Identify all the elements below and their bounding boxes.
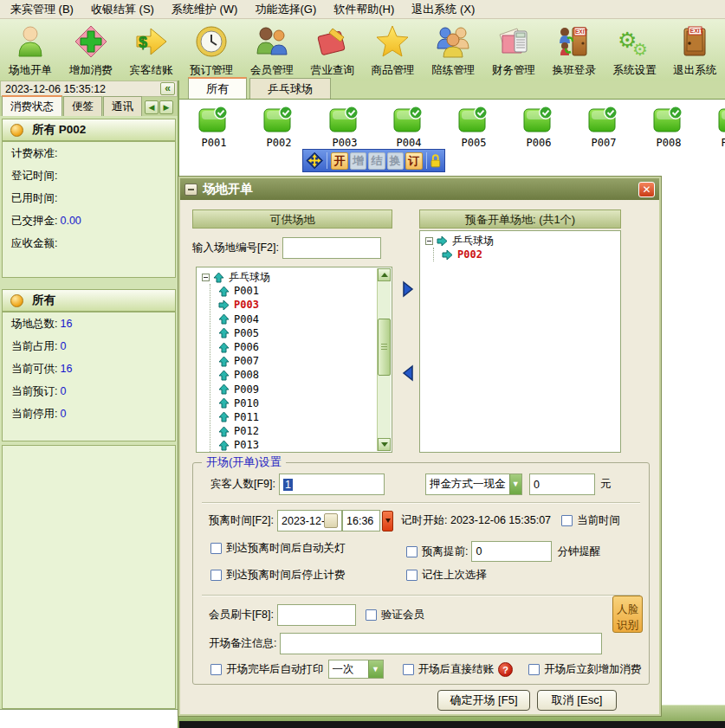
auto-light-checkbox[interactable] — [210, 543, 222, 554]
toolbar-business-query[interactable]: 营业查询 — [302, 19, 363, 81]
chevron-down-icon[interactable]: ▼ — [368, 660, 383, 678]
reserve-mini-button[interactable]: 订 — [405, 152, 422, 170]
venue-P007[interactable]: P007 — [585, 106, 623, 149]
clock-icon — [194, 24, 229, 61]
direct-checkout-checkbox[interactable] — [403, 664, 414, 675]
tree-item[interactable]: P011 — [218, 410, 390, 424]
calendar-button[interactable] — [324, 513, 338, 528]
toolbar-members[interactable]: 会员管理 — [242, 19, 302, 81]
print-row: 开场完毕后自动打印 一次 ▼ 开场后直接结账 ? 开场后立刻增加消费 — [210, 660, 642, 679]
menu-maintenance[interactable]: 系统维护 (W) — [163, 0, 247, 19]
venue-P002[interactable]: P002 — [260, 106, 298, 149]
tree-item[interactable]: P012 — [218, 424, 390, 438]
dialog-titlebar[interactable]: 场地开单 ✕ — [180, 178, 659, 200]
tree-scrollbar[interactable] — [377, 268, 391, 451]
guest-count-input[interactable]: 1 — [279, 474, 385, 495]
tab-comms[interactable]: 通讯 — [103, 96, 142, 116]
tree-root-row[interactable]: 乒乓球场 — [202, 270, 390, 284]
tab-scroll-right-icon[interactable]: ▶ — [159, 100, 173, 114]
venue-P004[interactable]: P004 — [390, 106, 428, 149]
toolbar-guest-checkout[interactable]: $ 宾客结账 — [121, 19, 182, 81]
toolbar-open-court[interactable]: 场地开单 — [0, 19, 61, 81]
verify-member-checkbox[interactable] — [366, 609, 377, 621]
open-court-mini-button[interactable]: 开 — [331, 152, 347, 170]
remark-input[interactable] — [280, 633, 602, 654]
remind-checkbox[interactable] — [406, 546, 418, 557]
tree-item[interactable]: P006 — [218, 340, 390, 354]
venue-P003[interactable]: P003 — [326, 106, 364, 149]
close-icon[interactable]: ✕ — [638, 182, 655, 197]
venue-P009[interactable]: P009 — [715, 106, 725, 149]
chevron-down-icon[interactable]: ▼ — [509, 474, 522, 494]
menu-guest[interactable]: 来宾管理 (B) — [2, 0, 82, 19]
tree-expander-icon[interactable] — [425, 237, 433, 245]
remember-checkbox[interactable] — [406, 570, 418, 581]
lock-icon[interactable] — [430, 153, 442, 169]
divider — [202, 502, 640, 503]
time-dropdown-icon[interactable] — [382, 511, 393, 532]
collapse-sidebar-button[interactable]: « — [160, 82, 175, 95]
move-handle-icon[interactable] — [306, 151, 323, 170]
toolbar-add-consume[interactable]: 增加消费 — [61, 19, 121, 81]
toolbar-finance[interactable]: 财务管理 — [483, 19, 544, 81]
deposit-amount-input[interactable] — [529, 474, 595, 495]
tree-root-label: 乒乓球场 — [229, 270, 270, 285]
venue-P008[interactable]: P008 — [650, 106, 688, 149]
scroll-up-icon[interactable] — [378, 268, 391, 281]
toolbar-settings[interactable]: ⚙⚙ 系统设置 — [605, 19, 665, 81]
field-label: 当前预订: — [11, 384, 57, 399]
venue-P005[interactable]: P005 — [455, 106, 493, 149]
remind-minutes-input[interactable] — [471, 541, 552, 562]
venue-P001[interactable]: P001 — [195, 106, 233, 149]
venue-label: P006 — [520, 137, 558, 149]
tree-root-row[interactable]: 乒乓球场 — [425, 234, 618, 248]
help-icon[interactable]: ? — [498, 662, 513, 677]
toolbar-trainers[interactable]: 陪练管理 — [423, 19, 483, 81]
toolbar-exit[interactable]: EXIT 退出系统 — [664, 19, 725, 81]
menu-help[interactable]: 软件帮助(H) — [325, 0, 403, 19]
move-left-icon[interactable] — [398, 364, 418, 382]
tab-all-venues[interactable]: 所有 — [188, 77, 247, 99]
move-right-icon[interactable] — [398, 280, 418, 298]
tree-item[interactable]: P001 — [218, 284, 390, 298]
tab-scroll-left-icon[interactable]: ◀ — [145, 100, 159, 114]
tree-item[interactable]: P009 — [218, 383, 390, 396]
stop-billing-checkbox[interactable] — [210, 570, 222, 581]
tree-item[interactable]: P013 — [218, 438, 390, 452]
auto-print-checkbox[interactable] — [210, 664, 222, 675]
tab-consume-status[interactable]: 消费状态 — [2, 95, 62, 116]
sidebar-tabs: 消费状态 便签 通讯 ◀ ▶ — [0, 97, 178, 116]
leave-time-input[interactable] — [342, 510, 380, 532]
menu-functions[interactable]: 功能选择(G) — [246, 0, 325, 19]
tree-item[interactable]: P010 — [218, 396, 390, 410]
tree-item[interactable]: P008 — [218, 368, 390, 382]
tree-item[interactable]: P004 — [218, 312, 390, 326]
tree-item[interactable]: P007 — [218, 354, 390, 368]
tree-item-selected[interactable]: P003 — [218, 298, 390, 312]
current-time-checkbox[interactable] — [561, 515, 573, 526]
tree-item[interactable]: P005 — [218, 326, 390, 340]
sidebar-empty-panel — [2, 445, 176, 709]
toolbar-goods[interactable]: 商品管理 — [363, 19, 424, 81]
confirm-open-button[interactable]: 确定开场 [F5] — [437, 690, 530, 711]
menu-exit[interactable]: 退出系统 (X) — [403, 0, 483, 19]
scroll-down-icon[interactable] — [378, 438, 391, 451]
deposit-method-select[interactable]: 押金方式一现金 ▼ — [425, 474, 522, 495]
add-consume-checkbox[interactable] — [528, 664, 540, 675]
remind-row: 预离提前: 分钟提醒 — [406, 541, 600, 562]
menu-cashier[interactable]: 收银结算 (S) — [82, 0, 163, 19]
tab-pingpong[interactable]: 乒乓球场 — [249, 78, 331, 99]
tree-item-selected[interactable]: P002 — [442, 248, 618, 261]
venue-P006[interactable]: P006 — [520, 106, 558, 149]
scrollbar-thumb[interactable] — [378, 319, 391, 376]
face-recognition-button[interactable]: 人脸 识别 — [612, 596, 643, 633]
toolbar-shift-login[interactable]: EXIT 换班登录 — [544, 19, 605, 81]
cancel-button[interactable]: 取消 [Esc] — [537, 690, 617, 711]
toolbar-reservation[interactable]: 预订管理 — [181, 19, 242, 81]
tab-notes[interactable]: 便签 — [63, 96, 102, 116]
field-label: 当前停用: — [11, 407, 57, 422]
court-code-input[interactable] — [282, 237, 381, 259]
member-card-input[interactable] — [277, 604, 356, 626]
tree-expander-icon[interactable] — [202, 274, 210, 281]
print-count-select[interactable]: 一次 ▼ — [328, 660, 384, 679]
